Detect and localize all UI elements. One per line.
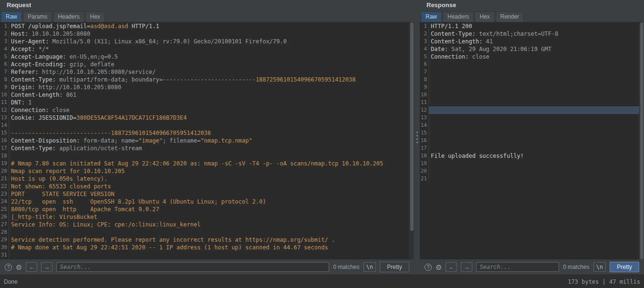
response-tab-render[interactable]: Render	[496, 11, 524, 22]
response-search-toolbar: ? ⚙ ← → 0 matches \n Pretty	[420, 259, 644, 275]
editor-line[interactable]: 10Content-Length: 861	[0, 91, 409, 99]
editor-line[interactable]: 21	[420, 175, 639, 183]
line-content: # Nmap 7.80 scan initiated Sat Aug 29 22…	[9, 160, 409, 167]
response-tab-headers[interactable]: Headers	[443, 11, 474, 22]
editor-line[interactable]: 13	[420, 114, 639, 122]
gear-icon[interactable]: ⚙	[16, 264, 22, 271]
editor-line[interactable]: 19# Nmap 7.80 scan initiated Sat Aug 29 …	[0, 160, 409, 167]
help-icon[interactable]: ?	[425, 264, 432, 271]
response-editor[interactable]: 1HTTP/1.1 2002Content-Type: text/html;ch…	[420, 22, 639, 259]
help-icon[interactable]: ?	[5, 264, 12, 271]
editor-line[interactable]: 9Origin: http://10.10.10.205:8080	[0, 83, 409, 91]
editor-line[interactable]: 258080/tcp open http Apache Tomcat 9.0.2…	[0, 206, 409, 213]
line-number: 26	[0, 213, 9, 221]
line-content: Nmap scan report for 10.10.10.205	[9, 167, 409, 175]
request-tab-headers[interactable]: Headers	[53, 11, 84, 22]
editor-line[interactable]: 14	[420, 122, 639, 129]
request-scrollbar-thumb[interactable]	[410, 22, 414, 231]
editor-line[interactable]: 15	[420, 129, 639, 137]
editor-line[interactable]: 31	[0, 251, 409, 259]
line-content: 22/tcp open ssh OpenSSH 8.2p1 Ubuntu 4 (…	[9, 198, 409, 206]
editor-line[interactable]: 6	[420, 61, 639, 68]
gear-icon[interactable]: ⚙	[436, 264, 442, 271]
editor-line[interactable]: 18	[0, 152, 409, 160]
line-content: Service detection performed. Please repo…	[9, 236, 409, 244]
editor-line[interactable]: 17	[420, 144, 639, 152]
request-newline-toggle-button[interactable]: \n	[364, 262, 376, 272]
editor-line[interactable]: 20Nmap scan report for 10.10.10.205	[0, 167, 409, 175]
editor-line[interactable]: 13Cookie: JSESSIONID=380DE55AC8F54A17DCA…	[0, 114, 409, 122]
line-number: 28	[0, 228, 9, 236]
response-tab-raw[interactable]: Raw	[421, 11, 442, 22]
editor-line[interactable]: 28	[0, 228, 409, 236]
editor-line[interactable]: 11DNT: 1	[0, 99, 409, 106]
editor-line[interactable]: 18File uploaded successfully!	[420, 152, 639, 160]
editor-line[interactable]: 8Content-Type: multipart/form-data; boun…	[0, 76, 409, 83]
panel-splitter[interactable]	[414, 0, 420, 275]
editor-line[interactable]: 1HTTP/1.1 200	[420, 22, 639, 30]
editor-line[interactable]: 12	[420, 106, 639, 114]
line-content	[429, 99, 639, 106]
line-number: 2	[420, 30, 429, 38]
editor-line[interactable]: 2422/tcp open ssh OpenSSH 8.2p1 Ubuntu 4…	[0, 198, 409, 206]
prev-match-button[interactable]: ←	[26, 262, 37, 272]
line-content: # Nmap done at Sat Aug 29 22:42:51 2020 …	[9, 244, 409, 251]
editor-line[interactable]: 1POST /upload.jsp?email=asd@asd.asd HTTP…	[0, 22, 409, 30]
editor-line[interactable]: 17Content-Type: application/octet-stream	[0, 144, 409, 152]
editor-line[interactable]: 15-----------------------------188725961…	[0, 129, 409, 137]
editor-line[interactable]: 7	[420, 68, 639, 76]
editor-line[interactable]: 2Host: 10.10.10.205:8080	[0, 30, 409, 38]
editor-line[interactable]: 2Content-Type: text/html;charset=UTF-8	[420, 30, 639, 38]
line-content: 8080/tcp open http Apache Tomcat 9.0.27	[9, 206, 409, 213]
line-content: POST /upload.jsp?email=asd@asd.asd HTTP/…	[9, 22, 409, 30]
editor-line[interactable]: 16	[420, 137, 639, 144]
editor-line[interactable]: 30# Nmap done at Sat Aug 29 22:42:51 202…	[0, 244, 409, 251]
editor-line[interactable]: 8	[420, 76, 639, 83]
editor-line[interactable]: 4Date: Sat, 29 Aug 2020 21:06:19 GMT	[420, 45, 639, 53]
editor-line[interactable]: 9	[420, 83, 639, 91]
line-content: Accept: */*	[9, 45, 409, 53]
request-vertical-scrollbar[interactable]	[409, 22, 414, 259]
editor-line[interactable]: 12Connection: close	[0, 106, 409, 114]
response-tab-hex[interactable]: Hex	[475, 11, 494, 22]
prev-match-button[interactable]: ←	[446, 262, 457, 272]
editor-line[interactable]: 16Content-Disposition: form-data; name="…	[0, 137, 409, 144]
editor-line[interactable]: 11	[420, 99, 639, 106]
response-vertical-scrollbar[interactable]	[639, 22, 644, 259]
line-number: 19	[420, 160, 429, 167]
response-search-input[interactable]	[476, 262, 559, 272]
editor-line[interactable]: 20	[420, 167, 639, 175]
request-editor[interactable]: 1POST /upload.jsp?email=asd@asd.asd HTTP…	[0, 22, 409, 259]
editor-line[interactable]: 29Service detection performed. Please re…	[0, 236, 409, 244]
request-pretty-button[interactable]: Pretty	[380, 262, 409, 272]
response-newline-toggle-button[interactable]: \n	[593, 262, 606, 272]
editor-line[interactable]: 5Connection: close	[420, 53, 639, 61]
editor-line[interactable]: 10	[420, 91, 639, 99]
editor-line[interactable]: 5Accept-Language: en-US,en;q=0.5	[0, 53, 409, 61]
editor-line[interactable]: 21Host is up (0.050s latency).	[0, 175, 409, 183]
editor-line[interactable]: 26|_http-title: VirusBucket	[0, 213, 409, 221]
response-pretty-button[interactable]: Pretty	[610, 262, 639, 272]
request-tab-raw[interactable]: Raw	[1, 11, 22, 22]
editor-line[interactable]: 3Content-Length: 41	[420, 38, 639, 45]
line-number: 14	[0, 122, 9, 129]
request-search-input[interactable]	[56, 262, 329, 272]
editor-line[interactable]: 3User-Agent: Mozilla/5.0 (X11; Linux x86…	[0, 38, 409, 45]
editor-line[interactable]: 4Accept: */*	[0, 45, 409, 53]
line-number: 1	[420, 22, 429, 30]
line-content: HTTP/1.1 200	[429, 22, 639, 30]
editor-line[interactable]: 27Service Info: OS: Linux; CPE: cpe:/o:l…	[0, 221, 409, 228]
next-match-button[interactable]: →	[461, 262, 472, 272]
response-scrollbar-thumb[interactable]	[640, 22, 644, 259]
request-tab-hex[interactable]: Hex	[85, 11, 105, 22]
editor-line[interactable]: 19	[420, 160, 639, 167]
next-match-button[interactable]: →	[41, 262, 52, 272]
editor-line[interactable]: 23PORT STATE SERVICE VERSION	[0, 190, 409, 198]
editor-line[interactable]: 6Accept-Encoding: gzip, deflate	[0, 61, 409, 68]
editor-line[interactable]: 14	[0, 122, 409, 129]
editor-line[interactable]: 7Referer: http://10.10.10.205:8080/servi…	[0, 68, 409, 76]
editor-line[interactable]: 22Not shown: 65533 closed ports	[0, 183, 409, 190]
line-number: 29	[0, 236, 9, 244]
line-number: 4	[0, 45, 9, 53]
request-tab-params[interactable]: Params	[23, 11, 52, 22]
